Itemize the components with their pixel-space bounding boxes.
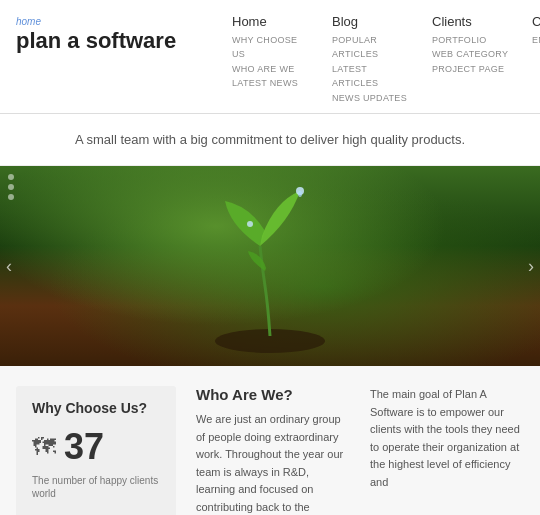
nav-blog-sub3[interactable]: NEWS UPDATES — [332, 91, 412, 105]
who-text: We are just an ordinary group of people … — [196, 411, 346, 515]
nav-blog[interactable]: Blog — [332, 14, 412, 29]
logo-area: home plan a software — [16, 12, 216, 53]
svg-point-3 — [247, 221, 253, 227]
nav-col-home: Home WHY CHOOSE US WHO ARE WE LATEST NEW… — [232, 14, 312, 105]
nav-contact-sub1[interactable]: EMAIL/QUOTE — [532, 33, 540, 47]
tagline: A small team with a big commitment to de… — [0, 114, 540, 166]
logo-home-link[interactable]: home — [16, 16, 216, 27]
nav-clients-sub1[interactable]: PORTFOLIO — [432, 33, 512, 47]
nav-home-sub1[interactable]: WHY CHOOSE US — [232, 33, 312, 62]
stat-number: 37 — [64, 426, 104, 468]
nav-col-contact: Contact EMAIL/QUOTE — [532, 14, 540, 105]
who-are-we-col: Who Are We? We are just an ordinary grou… — [192, 386, 350, 515]
hero-dot-1 — [8, 174, 14, 180]
nav-contact[interactable]: Contact — [532, 14, 540, 29]
main-nav: Home WHY CHOOSE US WHO ARE WE LATEST NEW… — [232, 12, 540, 105]
header: home plan a software Home WHY CHOOSE US … — [0, 0, 540, 114]
svg-point-2 — [298, 191, 302, 197]
nav-blog-sub1[interactable]: POPULAR ARTICLES — [332, 33, 412, 62]
nav-clients[interactable]: Clients — [432, 14, 512, 29]
nav-blog-sub2[interactable]: LATEST ARTICLES — [332, 62, 412, 91]
nav-col-blog: Blog POPULAR ARTICLES LATEST ARTICLES NE… — [332, 14, 412, 105]
why-choose-box: Why Choose Us? 🗺 37 The number of happy … — [16, 386, 176, 515]
nav-home-sub3[interactable]: LATEST NEWS — [232, 76, 312, 90]
hero-dot-3 — [8, 194, 14, 200]
hero-arrow-right[interactable]: › — [528, 255, 534, 276]
nav-clients-sub2[interactable]: WEB CATEGORY — [432, 47, 512, 61]
nav-home[interactable]: Home — [232, 14, 312, 29]
mission-text: The main goal of Plan A Software is to e… — [370, 386, 520, 492]
who-title: Who Are We? — [196, 386, 346, 403]
hero-side-dots — [8, 174, 14, 200]
nav-home-sub2[interactable]: WHO ARE WE — [232, 62, 312, 76]
nav-col-clients: Clients PORTFOLIO WEB CATEGORY PROJECT P… — [432, 14, 512, 105]
mission-col: The main goal of Plan A Software is to e… — [366, 386, 524, 515]
nav-clients-sub3[interactable]: PROJECT PAGE — [432, 62, 512, 76]
stat-row: 🗺 37 — [32, 426, 160, 468]
why-title: Why Choose Us? — [32, 400, 160, 416]
logo-title: plan a software — [16, 29, 216, 53]
hero-dot-2 — [8, 184, 14, 190]
bottom-section: Why Choose Us? 🗺 37 The number of happy … — [0, 366, 540, 515]
hero-arrow-left[interactable]: ‹ — [6, 255, 12, 276]
world-icon: 🗺 — [32, 433, 56, 461]
hero-banner: ‹ › — [0, 166, 540, 366]
stat-label: The number of happy clients world — [32, 474, 160, 500]
hero-plant — [210, 176, 330, 359]
